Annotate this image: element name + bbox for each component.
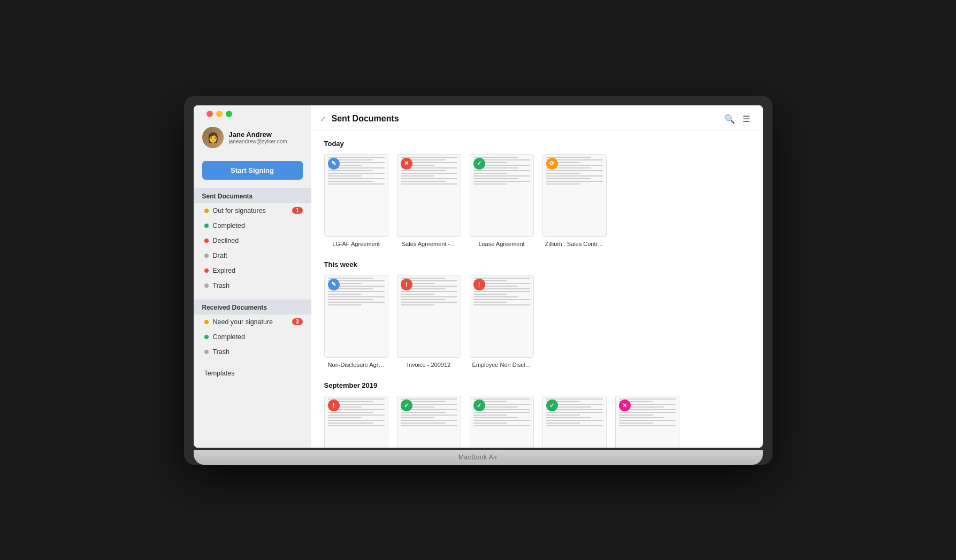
sidebar-item-templates[interactable]: Templates <box>194 366 311 381</box>
doc-status-badge: ✕ <box>619 400 631 411</box>
doc-card[interactable]: ! Invoice - 200912 <box>397 275 461 369</box>
doc-name: LG-AF Agreement <box>324 240 388 248</box>
sidebar-item-declined[interactable]: Declined <box>194 233 311 248</box>
doc-card[interactable]: ✕ Non disclosure agre… <box>615 396 679 447</box>
doc-card[interactable]: ⟳ Zillium : Sales Contr… <box>542 154 607 248</box>
thumb-line <box>473 175 530 177</box>
thumb-line <box>473 420 530 421</box>
doc-thumbnail: ✓ <box>470 396 534 447</box>
status-dot <box>204 335 209 339</box>
thumb-line <box>328 175 362 177</box>
thumb-line <box>328 423 373 424</box>
thumb-line <box>546 417 592 418</box>
sidebar-item-label: Trash <box>213 348 230 356</box>
sidebar-item-draft[interactable]: Draft <box>194 248 311 263</box>
thumb-line <box>546 178 592 179</box>
thumb-line <box>473 178 519 179</box>
thumb-line <box>401 170 446 171</box>
sidebar-item-expired[interactable]: Expired <box>194 263 311 278</box>
thumb-line <box>328 417 362 418</box>
doc-section: Today ✎ LG-AF Agreement ✕ Sales Agreemen… <box>324 140 750 248</box>
thumb-line <box>473 291 530 292</box>
thumb-line <box>401 178 457 179</box>
expand-icon[interactable]: ⤢ <box>320 114 326 123</box>
doc-card[interactable]: ✓ Lease Agreement <box>470 154 534 248</box>
thumb-line <box>401 398 457 400</box>
thumb-line <box>401 299 446 300</box>
minimize-button[interactable] <box>216 111 223 117</box>
doc-thumbnail: ! <box>470 275 534 358</box>
received-documents-section-label: Received Documents <box>194 300 311 314</box>
thumb-line <box>546 398 603 400</box>
thumb-line <box>473 278 530 279</box>
documents-content: Today ✎ LG-AF Agreement ✕ Sales Agreemen… <box>311 131 763 448</box>
sidebar-item-trash[interactable]: Trash <box>194 278 311 293</box>
list-view-icon[interactable]: ☰ <box>743 114 750 124</box>
doc-sections: Today ✎ LG-AF Agreement ✕ Sales Agreemen… <box>324 140 750 448</box>
doc-card[interactable]: ✎ LG-AF Agreement <box>324 154 388 248</box>
thumb-line <box>401 412 446 413</box>
thumb-line <box>546 425 603 426</box>
thumb-line <box>473 296 519 297</box>
thumb-line <box>546 170 603 171</box>
status-dot <box>204 224 209 228</box>
thumb-line <box>619 420 676 421</box>
doc-card[interactable]: ✕ Sales Agreement -… <box>397 154 461 248</box>
sidebar-item-completed[interactable]: Completed <box>194 218 311 233</box>
doc-status-badge: ✓ <box>473 158 485 170</box>
thumb-line <box>619 412 676 413</box>
start-signing-button[interactable]: Start Signing <box>202 161 303 180</box>
thumb-line <box>473 415 508 416</box>
close-button[interactable] <box>207 111 213 117</box>
doc-thumbnail: ✓ <box>542 396 607 447</box>
sidebar-item-out-for-signatures[interactable]: Out for signatures 1 <box>194 203 311 218</box>
sidebar: 👩 Jane Andrew janeandrew@zylker.com Star… <box>194 105 311 448</box>
doc-name: Lease Agreement <box>470 240 534 248</box>
sidebar-item-received-completed[interactable]: Completed <box>194 329 311 344</box>
search-icon[interactable]: 🔍 <box>724 114 735 124</box>
fullscreen-button[interactable] <box>226 111 232 117</box>
thumb-line <box>328 412 373 413</box>
doc-status-badge: ! <box>401 279 412 290</box>
doc-card[interactable]: ! Letter of Agreement <box>324 396 388 447</box>
laptop-base: MacBook Air <box>194 450 763 465</box>
thumb-line <box>328 173 385 174</box>
doc-grid: ✎ Non-Disclosure Agr… ! Invoice - 200912… <box>324 275 750 369</box>
doc-thumbnail: ✕ <box>397 154 461 237</box>
thumb-line <box>546 175 603 177</box>
sidebar-item-label: Out for signatures <box>213 207 266 214</box>
thumb-line <box>401 420 457 421</box>
doc-card[interactable]: ✓ LLC Certification <box>542 396 607 447</box>
doc-card[interactable]: ✓ Zillium : Sales Contr… <box>397 396 461 447</box>
sidebar-item-received-need-your-signature[interactable]: Need your signature 3 <box>194 314 311 329</box>
thumb-line <box>328 425 385 426</box>
thumb-line <box>473 170 530 171</box>
thumb-line <box>328 157 385 158</box>
thumb-line <box>401 415 457 416</box>
thumb-line <box>328 181 373 182</box>
doc-thumbnail: ! <box>324 396 388 447</box>
thumb-line <box>328 296 385 297</box>
thumb-line <box>328 170 373 171</box>
thumb-line <box>328 420 385 421</box>
thumb-line <box>401 291 457 292</box>
thumb-line <box>473 299 530 300</box>
thumb-line <box>473 181 530 182</box>
doc-status-badge: ⟳ <box>546 158 558 170</box>
status-dot <box>204 350 209 354</box>
doc-card[interactable]: ✓ Zylker : Subcontract… <box>470 396 534 447</box>
sidebar-item-received-trash[interactable]: Trash <box>194 344 311 359</box>
profile-info: Jane Andrew janeandrew@zylker.com <box>229 131 287 144</box>
doc-card[interactable]: ! Employee Non Discl… <box>470 275 534 369</box>
doc-card[interactable]: ✎ Non-Disclosure Agr… <box>324 275 388 369</box>
thumb-line <box>619 398 676 400</box>
thumb-line <box>401 425 457 426</box>
doc-status-badge: ✎ <box>328 158 340 170</box>
status-dot <box>204 239 209 243</box>
doc-status-badge: ! <box>328 400 340 411</box>
laptop-frame: 👩 Jane Andrew janeandrew@zylker.com Star… <box>184 96 773 465</box>
doc-status-badge: ✓ <box>546 400 558 411</box>
status-dot <box>204 209 209 213</box>
sent-items-list: Out for signatures 1 Completed Declined … <box>194 203 311 293</box>
thumb-line <box>546 423 580 424</box>
